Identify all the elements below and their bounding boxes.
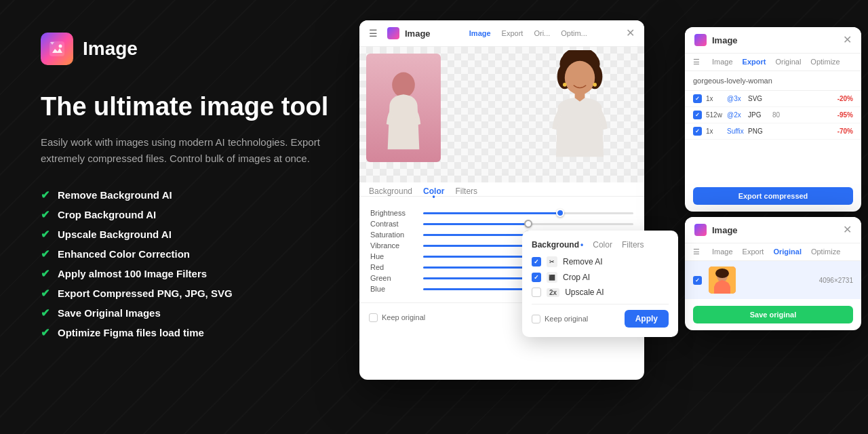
check-icon-0: ✔: [41, 189, 50, 201]
export-row1-checkbox[interactable]: [693, 111, 702, 119]
original-window: Image ✕ ☰ Image Export Original Optimize: [685, 217, 861, 330]
upscale-label: Upscale AI: [565, 288, 604, 297]
export-row-1: 512w @2x JPG 80 -95%: [685, 107, 861, 123]
feature-item-7: ✔ Optimize Figma files load time: [41, 326, 339, 339]
color-tab-row: Background Color Filters: [359, 182, 644, 197]
tab-filters[interactable]: Filters: [455, 186, 477, 196]
export-title-left: Image: [694, 34, 738, 46]
contrast-track[interactable]: [423, 223, 633, 225]
check-icon-4: ✔: [41, 267, 50, 280]
export-nav: ☰ Image Export Original Optimize: [685, 54, 861, 71]
bg-tab-filters[interactable]: Filters: [622, 240, 644, 250]
export-row2-scale: 1x: [706, 127, 723, 135]
export-row2-at: Suffix: [727, 127, 744, 135]
original-hamburger[interactable]: ☰: [693, 248, 700, 256]
export-row-0: 1x @3x SVG -20%: [685, 91, 861, 107]
tab-background[interactable]: Background: [369, 186, 412, 196]
export-app-icon: [694, 34, 707, 46]
export-nav-image[interactable]: Image: [712, 58, 733, 66]
feature-label-1: Crop Background AI: [58, 209, 156, 220]
contrast-label: Contrast: [370, 220, 416, 228]
export-row0-format: SVG: [748, 95, 768, 102]
bg-keep-original-checkbox[interactable]: [532, 315, 540, 323]
remove-checkbox[interactable]: [532, 257, 541, 267]
export-row0-checkbox[interactable]: [693, 94, 702, 103]
bg-keep-original-label: Keep original: [545, 315, 588, 323]
tab-optimize[interactable]: Optim...: [561, 29, 587, 37]
original-image-row: 4096×2731: [685, 261, 861, 299]
export-compressed-button[interactable]: Export compressed: [693, 187, 853, 205]
green-label: Green: [370, 274, 416, 282]
export-window-close[interactable]: ✕: [843, 35, 852, 45]
vibrance-fill: [423, 245, 528, 247]
bg-tab-color[interactable]: Color: [593, 240, 612, 250]
left-panel: Image The ultimate image tool Easily wor…: [0, 0, 380, 434]
contrast-thumb[interactable]: [524, 220, 532, 228]
right-panel: ☰ Image Image Export Ori... Optim... ✕: [380, 0, 868, 434]
export-row1-scale: 512w: [706, 111, 723, 119]
contrast-row: Contrast: [370, 220, 633, 228]
check-icon-6: ✔: [41, 307, 50, 319]
background-popup: Background• Color Filters ✂ Remove AI ⬛ …: [522, 231, 678, 337]
crop-label: Crop AI: [563, 273, 590, 282]
crop-icon: ⬛: [547, 272, 557, 283]
window-app-icon: [387, 27, 399, 39]
crop-checkbox[interactable]: [532, 273, 541, 282]
brightness-thumb[interactable]: [556, 209, 564, 217]
tab-image[interactable]: Image: [469, 29, 491, 37]
original-window-close[interactable]: ✕: [843, 224, 852, 235]
hamburger-icon[interactable]: ☰: [369, 28, 378, 39]
upscale-checkbox[interactable]: [532, 288, 541, 297]
export-nav-original[interactable]: Original: [775, 58, 801, 66]
hue-label: Hue: [370, 252, 416, 260]
save-original-button[interactable]: Save original: [693, 306, 853, 323]
brightness-track[interactable]: [423, 212, 633, 214]
tab-original[interactable]: Ori...: [534, 29, 550, 37]
export-titlebar: Image ✕: [685, 27, 861, 54]
red-label: Red: [370, 263, 416, 271]
brightness-label: Brightness: [370, 209, 416, 217]
export-nav-optimize[interactable]: Optimize: [810, 58, 840, 66]
export-nav-export[interactable]: Export: [743, 58, 766, 66]
export-row0-reduction: -20%: [837, 95, 853, 102]
export-filename: gorgeous-lovely-woman: [685, 71, 861, 91]
saturation-label: Saturation: [370, 231, 416, 239]
original-nav-optimize[interactable]: Optimize: [811, 248, 840, 256]
before-image: [366, 54, 441, 162]
feature-label-4: Apply almost 100 Image Filters: [58, 268, 207, 279]
tab-color[interactable]: Color: [423, 186, 444, 196]
original-row-checkbox[interactable]: [693, 276, 702, 285]
bg-tab-background[interactable]: Background•: [532, 240, 583, 250]
tab-export[interactable]: Export: [502, 29, 524, 37]
brightness-row: Brightness: [370, 209, 633, 217]
export-row0-scale: 1x: [706, 95, 723, 102]
keep-original-checkbox[interactable]: [369, 313, 378, 322]
original-dimensions: 4096×2731: [819, 277, 853, 284]
feature-label-5: Export Compressed PNG, JPG, SVG: [58, 288, 233, 299]
original-nav-export[interactable]: Export: [743, 248, 764, 256]
svg-point-11: [563, 83, 567, 87]
remove-icon: ✂: [547, 256, 557, 267]
export-table: 1x @3x SVG -20% 512w @2x JPG 80 -95%: [685, 91, 861, 140]
original-nav-image[interactable]: Image: [712, 248, 733, 256]
export-row1-reduction: -95%: [837, 111, 853, 119]
brightness-fill: [423, 212, 560, 214]
app-name: Image: [83, 38, 138, 60]
title-left: ☰ Image: [369, 27, 431, 39]
svg-point-15: [715, 269, 729, 278]
export-row1-at: @2x: [727, 111, 744, 119]
original-app-icon: [694, 224, 707, 236]
export-hamburger[interactable]: ☰: [693, 58, 700, 66]
main-window-close[interactable]: ✕: [626, 28, 635, 39]
original-nav-original[interactable]: Original: [773, 248, 802, 256]
check-icon-3: ✔: [41, 248, 50, 260]
contrast-fill: [423, 223, 528, 225]
main-window-title: Image: [405, 28, 431, 39]
bg-apply-button[interactable]: Apply: [625, 310, 669, 328]
feature-label-2: Upscale Background AI: [58, 229, 172, 240]
export-row2-checkbox[interactable]: [693, 127, 702, 136]
description: Easily work with images using modern AI …: [41, 134, 339, 167]
hue-fill: [423, 256, 528, 258]
export-row2-format: PNG: [748, 127, 768, 135]
feature-label-3: Enhanced Color Correction: [58, 248, 190, 260]
